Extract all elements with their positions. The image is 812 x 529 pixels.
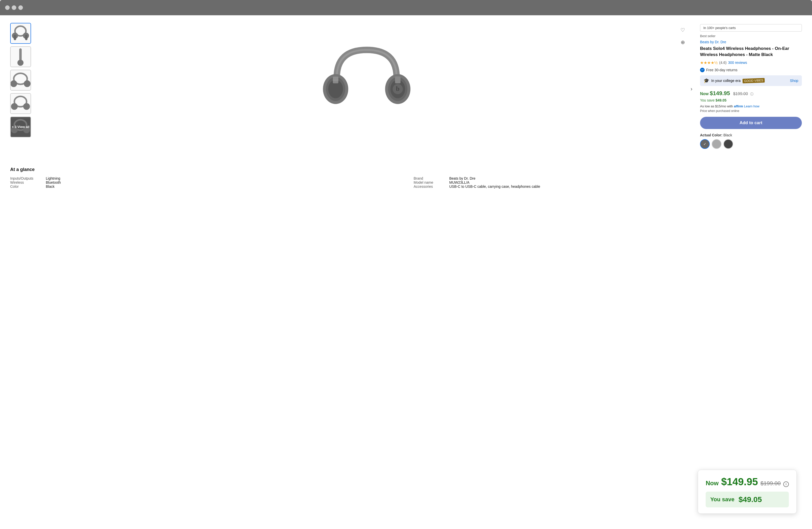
spec-key-color: Color [10,185,41,189]
thumb-image-3 [11,70,31,90]
thumb-image-1 [11,24,31,43]
svg-rect-26 [333,78,338,78]
college-era-banner: 🎓 In your college era GOOD VIBES Shop [700,75,802,86]
svg-rect-25 [395,76,401,83]
free-returns: ↩ Free 30-day returns [700,68,802,72]
popup-save-label: You save [710,496,735,503]
good-vibes-badge: GOOD VIBES [742,78,765,83]
svg-point-11 [11,103,17,110]
color-swatches: ✓ [700,139,802,149]
shop-link[interactable]: Shop [790,79,798,83]
spec-val-inputs: Lightning [46,176,60,180]
product-layout: + 3 View all b [10,23,802,155]
at-a-glance-section: At a glance Inputs/Outputs Lightning Wir… [10,163,802,189]
price-section: Now $149.95 $199.00 ⓘ [700,90,802,97]
rating-row: ★★★★½ (4.6) 300 reviews [700,60,802,65]
affirm-row: As low as $15/mo with affirm Learn how [700,104,802,108]
price-online-text: Price when purchased online [700,109,802,113]
rating-value: (4.6) [719,61,726,64]
color-swatch-black[interactable]: ✓ [700,139,710,149]
color-section: Actual Color: Black [700,133,802,137]
view-all-label: + 3 View all [12,125,30,129]
thumbnail-strip: + 3 View all [10,23,33,137]
you-save-row: You save $49.05 [700,98,802,102]
price-original: $199.00 [733,92,748,96]
svg-rect-4 [25,34,28,40]
color-label: Actual Color: [700,133,722,137]
wishlist-button[interactable]: ♡ [678,26,687,34]
browser-dot-2 [12,5,16,10]
popup-original-price: $199.00 [760,480,781,487]
main-product-image: b [318,35,415,143]
popup-now-label: Now [706,480,719,487]
spec-key-brand: Brand [414,176,444,180]
pennant-icon: 🎓 [704,78,709,84]
specs-left: Inputs/Outputs Lightning Wireless Blueto… [10,176,398,189]
thumbnail-3[interactable] [10,70,31,91]
price-now-label: Now [700,92,709,96]
in-carts-badge: In 100+ people's carts [700,24,802,32]
college-banner-text: In your college era [711,79,740,83]
browser-dot-1 [5,5,10,10]
at-a-glance-title: At a glance [10,167,802,172]
free-returns-text: Free 30-day returns [706,68,737,72]
spec-val-brand: Beats by Dr. Dre [449,176,476,180]
svg-rect-24 [333,76,338,83]
college-banner-left: 🎓 In your college era GOOD VIBES [704,78,765,84]
thumb-image-2 [11,47,31,67]
price-popup: Now $149.95 $199.00 i You save $49.05 [698,470,797,514]
product-title: Beats Solo4 Wireless Headphones - On-Ear… [700,46,802,58]
spec-val-model: MUW23LL/A [449,180,469,185]
svg-text:b: b [396,85,400,92]
spec-val-color: Black [46,185,55,189]
brand-link[interactable]: Beats by Dr. Dre [700,40,802,44]
spec-val-wireless: Bluetooth [46,180,61,185]
spec-row-wireless: Wireless Bluetooth [10,180,398,185]
svg-point-8 [11,80,17,87]
thumb-image-4 [11,94,31,114]
spec-key-inputs: Inputs/Outputs [10,176,41,180]
popup-save-amount: $49.05 [738,495,762,504]
price-info-icon[interactable]: ⓘ [750,92,753,96]
thumbnail-2[interactable] [10,46,31,67]
zoom-button[interactable]: ⊕ [678,38,687,47]
image-actions: ♡ ⊕ [678,26,687,47]
popup-price-row: Now $149.95 $199.00 i [706,476,789,487]
browser-dot-3 [18,5,23,10]
returns-icon: ↩ [700,68,705,72]
star-icons: ★★★★½ [700,60,717,65]
product-info-panel: In 100+ people's carts Best seller Beats… [700,23,802,149]
price-current: $149.95 [710,90,730,97]
main-image-container: b ♡ ⊕ › [41,23,692,155]
affirm-text: As low as $15/mo with [700,104,733,108]
popup-info-icon[interactable]: i [783,481,789,487]
page-content: + 3 View all b [0,15,812,529]
add-to-cart-button[interactable]: Add to cart [700,117,802,129]
next-image-button[interactable]: › [691,86,692,92]
spec-row-color: Color Black [10,185,398,189]
reviews-link[interactable]: 300 reviews [728,61,747,64]
browser-chrome [0,0,812,15]
spec-key-model: Model name [414,180,444,185]
color-swatch-dark[interactable] [723,139,733,149]
spec-row-model: Model name MUW23LL/A [414,180,802,185]
color-swatch-silver[interactable] [712,139,721,149]
svg-rect-5 [19,48,22,61]
learn-how-link[interactable]: Learn how [744,104,759,108]
thumbnail-4[interactable] [10,93,31,114]
thumbnail-1[interactable] [10,23,31,44]
popup-save-row: You save $49.05 [706,491,789,508]
you-save-label: You save [700,98,714,102]
svg-rect-27 [333,79,338,80]
svg-rect-3 [14,34,16,40]
svg-point-9 [24,80,31,87]
color-value: Black [723,133,732,137]
affirm-logo: affirm [734,104,743,108]
specs-right: Brand Beats by Dr. Dre Model name MUW23L… [414,176,802,189]
spec-key-accessories: Accessories [414,185,444,189]
svg-point-12 [23,103,30,110]
thumbnail-view-all[interactable]: + 3 View all [10,117,31,137]
spec-val-accessories: USB-C to USB-C cable, carrying case, hea… [449,185,540,189]
spec-row-brand: Brand Beats by Dr. Dre [414,176,802,180]
spec-key-wireless: Wireless [10,180,41,185]
